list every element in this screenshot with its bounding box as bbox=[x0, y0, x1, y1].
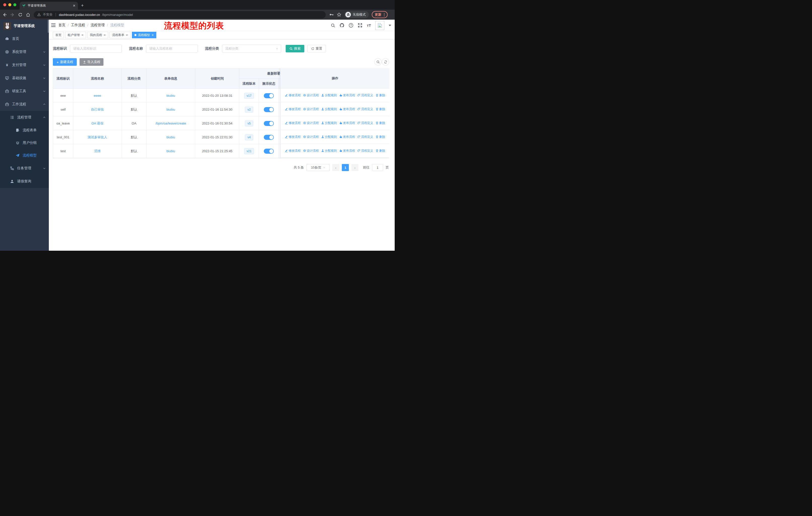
assign-rule-link[interactable]: 分配规则 bbox=[321, 135, 337, 139]
breadcrumb-workflow[interactable]: 工作流程 bbox=[71, 23, 85, 27]
design-process-link[interactable]: 设计流程 bbox=[303, 148, 319, 153]
tab-home[interactable]: 首页 bbox=[53, 32, 64, 38]
sidebar-item-task-management[interactable]: 任务管理 bbox=[0, 162, 49, 175]
sidebar-item-process-management[interactable]: 流程管理 bbox=[0, 111, 49, 124]
browser-tab[interactable]: 芋道管理系统 ✕ bbox=[20, 2, 78, 9]
bookmark-star-icon[interactable] bbox=[337, 12, 341, 17]
breadcrumb-home[interactable]: 首页 bbox=[58, 23, 65, 27]
process-definition-link[interactable]: 流程定义 bbox=[357, 135, 373, 139]
publish-process-link[interactable]: 发布流程 bbox=[339, 93, 355, 98]
close-icon[interactable]: ✕ bbox=[151, 33, 154, 37]
prev-page-button[interactable]: ‹ bbox=[332, 164, 339, 171]
publish-process-link[interactable]: 发布流程 bbox=[339, 121, 355, 125]
modify-process-link[interactable]: 修改流程 bbox=[285, 93, 301, 98]
form-info-link[interactable]: biubiu bbox=[166, 135, 175, 139]
new-tab-button[interactable]: + bbox=[81, 3, 84, 8]
font-size-icon[interactable]: ᴛT bbox=[367, 23, 371, 27]
process-category-select[interactable]: 流程分类 ˅ bbox=[222, 45, 281, 53]
publish-process-link[interactable]: 发布流程 bbox=[339, 107, 355, 111]
process-definition-link[interactable]: 流程定义 bbox=[357, 93, 373, 98]
publish-process-link[interactable]: 发布流程 bbox=[339, 135, 355, 139]
browser-menu-icon[interactable] bbox=[384, 13, 385, 17]
version-tag[interactable]: v5 bbox=[245, 120, 253, 127]
modify-process-link[interactable]: 修改流程 bbox=[285, 107, 301, 111]
sidebar-item-system[interactable]: 系统管理 bbox=[0, 45, 49, 58]
tab-my-process[interactable]: 我的流程✕ bbox=[87, 32, 108, 38]
sidebar-item-process-model[interactable]: 流程模型 bbox=[0, 149, 49, 162]
sidebar-item-home[interactable]: 首页 bbox=[0, 32, 49, 45]
design-process-link[interactable]: 设计流程 bbox=[303, 107, 319, 111]
breadcrumb-process-management[interactable]: 流程管理 bbox=[91, 23, 105, 27]
toggle-search-button[interactable] bbox=[374, 58, 382, 65]
form-info-link[interactable]: biubiu bbox=[166, 108, 175, 111]
form-info-link[interactable]: /bpm/oa/leave/create bbox=[155, 121, 186, 125]
close-icon[interactable]: ✕ bbox=[81, 33, 84, 37]
sidebar-item-infrastructure[interactable]: 基础设施 bbox=[0, 72, 49, 85]
form-info-link[interactable]: biubiu bbox=[166, 149, 175, 153]
search-button[interactable]: 搜索 bbox=[286, 45, 304, 52]
forward-icon[interactable] bbox=[10, 12, 14, 17]
security-label[interactable]: 不安全 bbox=[43, 12, 53, 17]
github-icon[interactable] bbox=[340, 23, 344, 28]
assign-rule-link[interactable]: 分配规则 bbox=[321, 107, 337, 111]
zoom-window-button[interactable] bbox=[13, 3, 17, 6]
password-key-icon[interactable] bbox=[329, 12, 334, 17]
active-toggle[interactable] bbox=[264, 121, 274, 126]
sidebar-item-workflow[interactable]: 工作流程 bbox=[0, 98, 49, 111]
process-definition-link[interactable]: 流程定义 bbox=[357, 107, 373, 111]
tab-close-icon[interactable]: ✕ bbox=[73, 4, 76, 7]
modify-process-link[interactable]: 修改流程 bbox=[285, 135, 301, 139]
sidebar-item-leave-query[interactable]: 请假查询 bbox=[0, 175, 49, 188]
process-name-link[interactable]: 测试多审批人 bbox=[88, 135, 107, 140]
goto-page-input[interactable] bbox=[372, 164, 383, 171]
delete-link[interactable]: 删除 bbox=[376, 148, 385, 153]
tab-process-form[interactable]: 流程表单✕ bbox=[110, 32, 130, 38]
active-toggle[interactable] bbox=[264, 135, 274, 140]
delete-link[interactable]: 删除 bbox=[376, 93, 385, 98]
process-name-link[interactable]: OA 请假 bbox=[91, 121, 104, 126]
design-process-link[interactable]: 设计流程 bbox=[303, 135, 319, 139]
update-label[interactable]: 更新 bbox=[375, 12, 381, 17]
window-controls[interactable] bbox=[3, 3, 17, 6]
version-tag[interactable]: v17 bbox=[244, 93, 254, 99]
create-process-button[interactable]: + 新建流程 bbox=[53, 58, 77, 66]
version-tag[interactable]: v21 bbox=[244, 148, 254, 154]
close-icon[interactable]: ✕ bbox=[125, 33, 128, 37]
sidebar-item-payment[interactable]: ¥ 支付管理 bbox=[0, 58, 49, 72]
design-process-link[interactable]: 设计流程 bbox=[303, 93, 319, 98]
modify-process-link[interactable]: 修改流程 bbox=[285, 121, 301, 125]
sidebar-item-user-group[interactable]: 用户分组 bbox=[0, 137, 49, 149]
publish-process-link[interactable]: 发布流程 bbox=[339, 148, 355, 153]
process-name-link[interactable]: eeee bbox=[94, 94, 101, 98]
collapse-sidebar-icon[interactable] bbox=[49, 23, 58, 27]
current-page[interactable]: 1 bbox=[342, 164, 349, 171]
url-bar[interactable]: 不安全 dashboard.yudao.iocoder.cn/bpm/manag… bbox=[34, 11, 326, 19]
next-page-button[interactable]: › bbox=[351, 164, 358, 171]
design-process-link[interactable]: 设计流程 bbox=[303, 121, 319, 125]
reset-button[interactable]: 重置 bbox=[307, 45, 326, 52]
version-tag[interactable]: v4 bbox=[245, 134, 253, 140]
sidebar-item-process-form[interactable]: 流程表单 bbox=[0, 124, 49, 137]
home-icon[interactable] bbox=[26, 12, 30, 17]
process-key-input[interactable]: 请输入流程标识 bbox=[70, 45, 122, 53]
process-definition-link[interactable]: 流程定义 bbox=[357, 121, 373, 125]
back-icon[interactable] bbox=[2, 12, 7, 17]
form-info-link[interactable]: biubiu bbox=[166, 94, 175, 98]
reload-icon[interactable] bbox=[18, 12, 22, 17]
tab-process-model[interactable]: 流程模型✕ bbox=[132, 32, 156, 38]
sidebar-scrollbar[interactable] bbox=[48, 20, 49, 33]
minimize-window-button[interactable] bbox=[8, 3, 11, 6]
page-size-select[interactable]: 10条/页 ˅ bbox=[306, 164, 330, 171]
active-toggle[interactable] bbox=[264, 93, 274, 98]
app-logo[interactable]: 芋道管理系统 bbox=[0, 20, 49, 32]
browser-update-button[interactable]: 更新 bbox=[372, 11, 388, 18]
process-name-link[interactable]: 自己审批 bbox=[91, 107, 104, 112]
version-tag[interactable]: v2 bbox=[245, 107, 253, 113]
process-name-input[interactable]: 请输入流程名称 bbox=[146, 45, 198, 53]
assign-rule-link[interactable]: 分配规则 bbox=[321, 148, 337, 153]
fullscreen-icon[interactable] bbox=[358, 23, 362, 28]
process-definition-link[interactable]: 流程定义 bbox=[357, 148, 373, 153]
delete-link[interactable]: 删除 bbox=[376, 107, 385, 111]
active-toggle[interactable] bbox=[264, 107, 274, 112]
process-name-link[interactable]: 滔博 bbox=[94, 149, 101, 154]
